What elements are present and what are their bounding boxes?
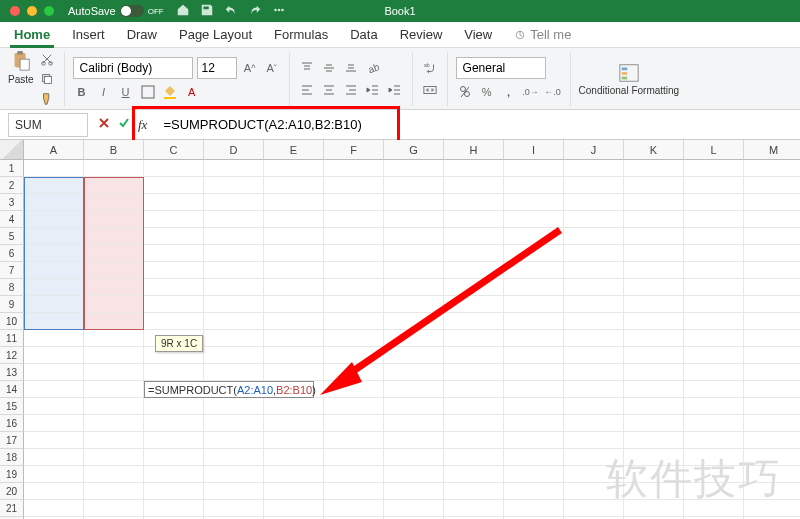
tab-page-layout[interactable]: Page Layout	[179, 27, 252, 42]
cell-I19[interactable]	[504, 466, 564, 483]
cell-L9[interactable]	[684, 296, 744, 313]
cell-B1[interactable]	[84, 160, 144, 177]
cell-F12[interactable]	[324, 347, 384, 364]
cell-L19[interactable]	[684, 466, 744, 483]
cell-J7[interactable]	[564, 262, 624, 279]
fx-icon[interactable]: fx	[138, 117, 147, 133]
cell-K14[interactable]	[624, 381, 684, 398]
cell-G20[interactable]	[384, 483, 444, 500]
cell-J15[interactable]	[564, 398, 624, 415]
row-header-11[interactable]: 11	[0, 330, 24, 347]
cell-D8[interactable]	[204, 279, 264, 296]
cell-A16[interactable]	[24, 415, 84, 432]
cell-H17[interactable]	[444, 432, 504, 449]
increase-indent-icon[interactable]	[386, 81, 404, 99]
cell-G4[interactable]	[384, 211, 444, 228]
column-header-H[interactable]: H	[444, 140, 504, 160]
cell-C7[interactable]	[144, 262, 204, 279]
cell-M1[interactable]	[744, 160, 800, 177]
column-header-I[interactable]: I	[504, 140, 564, 160]
cell-A19[interactable]	[24, 466, 84, 483]
cell-H12[interactable]	[444, 347, 504, 364]
paste-button[interactable]: Paste	[8, 50, 34, 108]
cell-G16[interactable]	[384, 415, 444, 432]
cell-J5[interactable]	[564, 228, 624, 245]
cell-K9[interactable]	[624, 296, 684, 313]
cell-I5[interactable]	[504, 228, 564, 245]
cell-L8[interactable]	[684, 279, 744, 296]
tab-formulas[interactable]: Formulas	[274, 27, 328, 42]
align-left-icon[interactable]	[298, 81, 316, 99]
format-painter-icon[interactable]	[38, 90, 56, 108]
cell-G14[interactable]	[384, 381, 444, 398]
cell-G7[interactable]	[384, 262, 444, 279]
cell-L6[interactable]	[684, 245, 744, 262]
cell-L16[interactable]	[684, 415, 744, 432]
cell-A7[interactable]	[24, 262, 84, 279]
cell-J10[interactable]	[564, 313, 624, 330]
cell-B19[interactable]	[84, 466, 144, 483]
cell-E17[interactable]	[264, 432, 324, 449]
column-header-E[interactable]: E	[264, 140, 324, 160]
cell-G12[interactable]	[384, 347, 444, 364]
cell-K3[interactable]	[624, 194, 684, 211]
column-header-B[interactable]: B	[84, 140, 144, 160]
cell-M20[interactable]	[744, 483, 800, 500]
cell-D4[interactable]	[204, 211, 264, 228]
row-header-12[interactable]: 12	[0, 347, 24, 364]
align-middle-icon[interactable]	[320, 59, 338, 77]
column-header-K[interactable]: K	[624, 140, 684, 160]
cell-I2[interactable]	[504, 177, 564, 194]
cell-I14[interactable]	[504, 381, 564, 398]
cell-G17[interactable]	[384, 432, 444, 449]
cell-G6[interactable]	[384, 245, 444, 262]
cell-M19[interactable]	[744, 466, 800, 483]
cell-A1[interactable]	[24, 160, 84, 177]
cell-B12[interactable]	[84, 347, 144, 364]
cell-C18[interactable]	[144, 449, 204, 466]
cell-A18[interactable]	[24, 449, 84, 466]
cell-A15[interactable]	[24, 398, 84, 415]
cell-I20[interactable]	[504, 483, 564, 500]
cell-M6[interactable]	[744, 245, 800, 262]
cell-C4[interactable]	[144, 211, 204, 228]
select-all-corner[interactable]	[0, 140, 24, 160]
cell-F18[interactable]	[324, 449, 384, 466]
cell-D19[interactable]	[204, 466, 264, 483]
cell-J3[interactable]	[564, 194, 624, 211]
cell-J21[interactable]	[564, 500, 624, 517]
tab-data[interactable]: Data	[350, 27, 377, 42]
cell-B17[interactable]	[84, 432, 144, 449]
cell-I16[interactable]	[504, 415, 564, 432]
cell-L14[interactable]	[684, 381, 744, 398]
cell-L20[interactable]	[684, 483, 744, 500]
cell-M7[interactable]	[744, 262, 800, 279]
conditional-formatting-button[interactable]: Conditional Formatting	[579, 62, 680, 96]
cell-E9[interactable]	[264, 296, 324, 313]
cell-K15[interactable]	[624, 398, 684, 415]
cell-M5[interactable]	[744, 228, 800, 245]
italic-button[interactable]: I	[95, 83, 113, 101]
cell-K1[interactable]	[624, 160, 684, 177]
cell-L15[interactable]	[684, 398, 744, 415]
cancel-formula-icon[interactable]	[98, 117, 110, 132]
tell-me[interactable]: Tell me	[514, 27, 571, 42]
cell-H10[interactable]	[444, 313, 504, 330]
column-header-A[interactable]: A	[24, 140, 84, 160]
row-header-18[interactable]: 18	[0, 449, 24, 466]
cell-H15[interactable]	[444, 398, 504, 415]
cell-D13[interactable]	[204, 364, 264, 381]
row-header-20[interactable]: 20	[0, 483, 24, 500]
cell-E15[interactable]	[264, 398, 324, 415]
cell-E3[interactable]	[264, 194, 324, 211]
cell-C21[interactable]	[144, 500, 204, 517]
cell-M2[interactable]	[744, 177, 800, 194]
cell-E7[interactable]	[264, 262, 324, 279]
more-icon[interactable]	[272, 3, 286, 19]
copy-icon[interactable]	[38, 70, 56, 88]
cell-A20[interactable]	[24, 483, 84, 500]
cell-E4[interactable]	[264, 211, 324, 228]
cell-E16[interactable]	[264, 415, 324, 432]
cell-F2[interactable]	[324, 177, 384, 194]
undo-icon[interactable]	[224, 3, 238, 19]
